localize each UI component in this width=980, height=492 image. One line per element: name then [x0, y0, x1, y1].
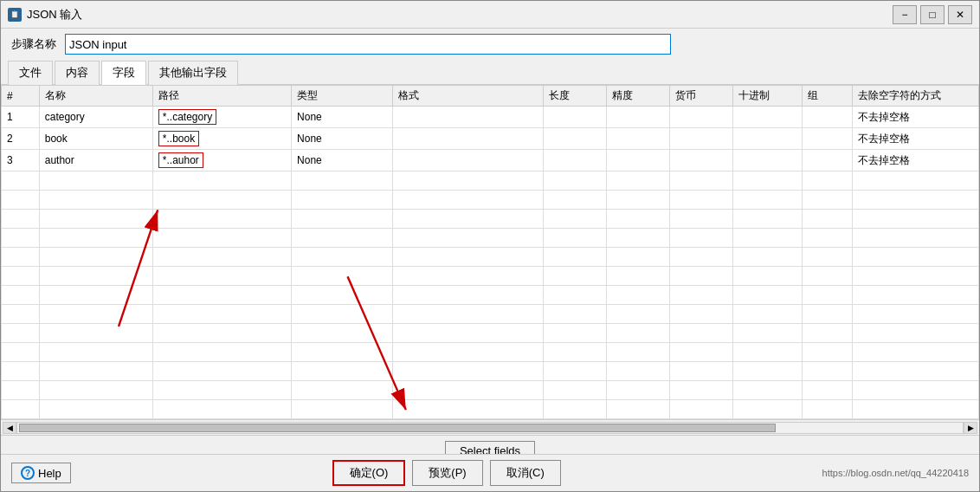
- window-icon: 📋: [8, 8, 22, 22]
- table-row[interactable]: 2 book *..book None 不去掉空格: [2, 128, 979, 150]
- table-row-empty: [2, 362, 979, 381]
- table-row-empty: [2, 286, 979, 305]
- select-fields-button[interactable]: Select fields: [445, 441, 535, 454]
- horizontal-scrollbar[interactable]: [16, 422, 964, 434]
- table-row-empty: [2, 267, 979, 286]
- main-window: 📋 JSON 输入 − □ ✕ 步骤名称 文件 内容 字段 其他输出字段: [0, 0, 980, 492]
- cell-name-1[interactable]: category: [39, 107, 152, 128]
- cell-path-3[interactable]: *..auhor: [152, 150, 291, 172]
- col-header-type: 类型: [292, 86, 393, 107]
- cell-currency-2[interactable]: [670, 128, 733, 150]
- step-bar: 步骤名称: [1, 29, 979, 60]
- col-header-precision: 精度: [607, 86, 670, 107]
- cell-name-3[interactable]: author: [39, 150, 152, 172]
- window-title: JSON 输入: [27, 7, 82, 23]
- cell-precision-1[interactable]: [607, 107, 670, 128]
- tab-fields[interactable]: 字段: [101, 61, 146, 85]
- table-row-empty: [2, 305, 979, 324]
- cell-format-3[interactable]: [392, 150, 544, 172]
- cell-group-2[interactable]: [802, 128, 852, 150]
- table-row-empty: [2, 381, 979, 400]
- col-header-trim: 去除空字符的方式: [853, 86, 979, 107]
- cell-len-3[interactable]: [544, 150, 607, 172]
- cell-precision-2[interactable]: [607, 128, 670, 150]
- table-row-empty: [2, 324, 979, 343]
- bottom-bar: ? Help 确定(O) 预览(P) 取消(C) https://blog.os…: [1, 454, 979, 491]
- cell-group-3[interactable]: [802, 150, 852, 172]
- cell-currency-3[interactable]: [670, 150, 733, 172]
- action-buttons: 确定(O) 预览(P) 取消(C): [332, 460, 561, 486]
- col-header-decimal: 十进制: [732, 86, 802, 107]
- col-header-format: 格式: [392, 86, 544, 107]
- cell-group-1[interactable]: [802, 107, 852, 128]
- cell-trim-2[interactable]: 不去掉空格: [853, 128, 979, 150]
- cell-path-1[interactable]: *..category: [152, 107, 291, 128]
- cell-len-2[interactable]: [544, 128, 607, 150]
- horizontal-scrollbar-area[interactable]: ◀ ▶: [1, 419, 979, 435]
- table-row-empty: [2, 400, 979, 419]
- scroll-left-arrow[interactable]: ◀: [3, 422, 16, 434]
- cell-type-3[interactable]: None: [292, 150, 393, 172]
- col-header-name: 名称: [39, 86, 152, 107]
- table-row-empty: [2, 343, 979, 362]
- cell-decimal-2[interactable]: [732, 128, 802, 150]
- cell-trim-3[interactable]: 不去掉空格: [853, 150, 979, 172]
- col-header-num: #: [2, 86, 40, 107]
- step-name-input[interactable]: [65, 34, 671, 55]
- title-bar: 📋 JSON 输入 − □ ✕: [1, 1, 979, 29]
- cell-precision-3[interactable]: [607, 150, 670, 172]
- content-area: # 名称 路径 类型 格式 长度 精度 货币 十进制 组 去除空字符的方式: [1, 85, 979, 454]
- cell-type-2[interactable]: None: [292, 128, 393, 150]
- cell-decimal-1[interactable]: [732, 107, 802, 128]
- select-fields-bar: Select fields: [1, 435, 979, 454]
- col-header-currency: 货币: [670, 86, 733, 107]
- scroll-right-arrow[interactable]: ▶: [964, 422, 977, 434]
- table-row-empty: [2, 210, 979, 229]
- scrollbar-thumb[interactable]: [19, 424, 776, 432]
- col-header-group: 组: [802, 86, 852, 107]
- title-bar-buttons: − □ ✕: [893, 5, 972, 24]
- table-row-empty: [2, 229, 979, 248]
- table-row[interactable]: 1 category *..category None 不去掉空格: [2, 107, 979, 128]
- table-row-empty: [2, 172, 979, 191]
- help-button[interactable]: ? Help: [11, 463, 71, 483]
- minimize-button[interactable]: −: [893, 5, 917, 24]
- ok-button[interactable]: 确定(O): [332, 460, 406, 486]
- cell-num-3: 3: [2, 150, 40, 172]
- cell-trim-1[interactable]: 不去掉空格: [853, 107, 979, 128]
- cell-format-2[interactable]: [392, 128, 544, 150]
- fields-table-container[interactable]: # 名称 路径 类型 格式 长度 精度 货币 十进制 组 去除空字符的方式: [1, 85, 979, 419]
- cell-type-1[interactable]: None: [292, 107, 393, 128]
- preview-button[interactable]: 预览(P): [412, 460, 482, 486]
- cell-num-2: 2: [2, 128, 40, 150]
- tab-file[interactable]: 文件: [8, 61, 53, 85]
- step-label: 步骤名称: [11, 36, 56, 52]
- cell-currency-1[interactable]: [670, 107, 733, 128]
- maximize-button[interactable]: □: [920, 5, 945, 24]
- tab-other-output-fields[interactable]: 其他输出字段: [148, 61, 238, 85]
- title-bar-left: 📋 JSON 输入: [8, 7, 82, 23]
- url-label: https://blog.osdn.net/qq_44220418: [822, 468, 969, 478]
- cell-format-1[interactable]: [392, 107, 544, 128]
- tab-bar: 文件 内容 字段 其他输出字段: [1, 60, 979, 85]
- tab-content[interactable]: 内容: [55, 61, 100, 85]
- cancel-button[interactable]: 取消(C): [490, 460, 561, 486]
- cell-num-1: 1: [2, 107, 40, 128]
- close-button[interactable]: ✕: [948, 5, 972, 24]
- fields-table: # 名称 路径 类型 格式 长度 精度 货币 十进制 组 去除空字符的方式: [1, 85, 979, 419]
- cell-path-2[interactable]: *..book: [152, 128, 291, 150]
- cell-decimal-3[interactable]: [732, 150, 802, 172]
- col-header-len: 长度: [544, 86, 607, 107]
- table-row[interactable]: 3 author *..auhor None 不去掉空格: [2, 150, 979, 172]
- cell-name-2[interactable]: book: [39, 128, 152, 150]
- table-header-row: # 名称 路径 类型 格式 长度 精度 货币 十进制 组 去除空字符的方式: [2, 86, 979, 107]
- col-header-path: 路径: [152, 86, 291, 107]
- cell-len-1[interactable]: [544, 107, 607, 128]
- table-row-empty: [2, 191, 979, 210]
- table-row-empty: [2, 248, 979, 267]
- table-wrapper: # 名称 路径 类型 格式 长度 精度 货币 十进制 组 去除空字符的方式: [1, 85, 979, 435]
- help-icon: ?: [21, 466, 35, 480]
